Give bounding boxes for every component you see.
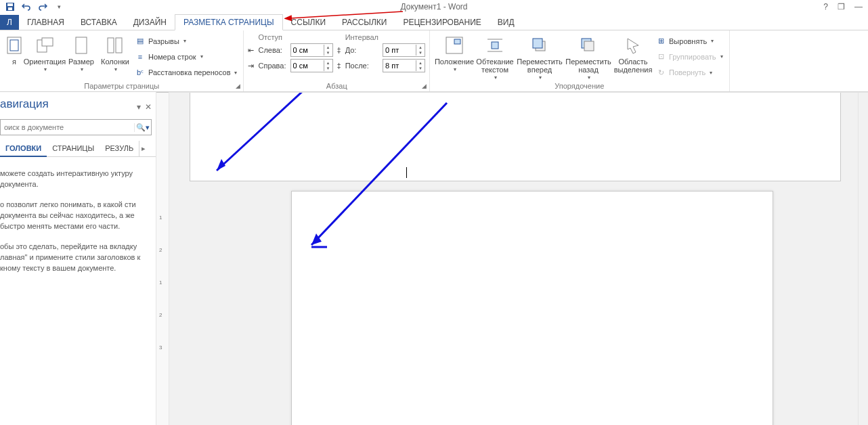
line-numbers-button[interactable]: ≡Номера строк▾ (133, 50, 239, 64)
navigation-close-icon[interactable]: ✕ (145, 102, 152, 112)
spacing-before-label: До: (345, 46, 378, 54)
navigation-search[interactable]: 🔍▾ (0, 119, 152, 135)
spacing-after-label: После: (345, 62, 378, 70)
columns-button[interactable]: Колонки▾ (97, 32, 133, 82)
vertical-ruler[interactable]: 12123 (156, 93, 169, 425)
vertical-scrollbar[interactable] (858, 93, 868, 425)
group-page-setup: я Ориентация▾ Размер▾ Колонки▾ ▤Разрывы▾… (0, 30, 244, 91)
columns-label: Колонки (101, 58, 129, 66)
align-icon: ⊞ (655, 36, 666, 47)
navigation-body: можете создать интерактивную уктуру доку… (0, 157, 156, 273)
rotate-button[interactable]: ↻Повернуть▾ (653, 66, 725, 79)
hyphenation-label: Расстановка переносов (148, 68, 230, 76)
qat-customize-icon[interactable]: ▾ (54, 2, 64, 12)
spacing-header: Интервал (345, 33, 378, 41)
breaks-icon: ▤ (135, 36, 146, 47)
align-label: Выровнять (669, 37, 707, 45)
svg-rect-2 (8, 7, 12, 10)
svg-line-21 (311, 103, 447, 245)
page-setup-dialog-launcher[interactable]: ◢ (234, 82, 242, 90)
selection-pane-label: Область выделения (613, 58, 653, 74)
document-title: Документ1 - Word (400, 2, 467, 12)
hyphenation-button[interactable]: bᶜРасстановка переносов▾ (133, 66, 239, 79)
orientation-button[interactable]: Ориентация▾ (24, 32, 65, 82)
svg-rect-8 (76, 37, 87, 53)
indent-left-label: Слева: (258, 46, 286, 54)
nav-tab-overflow[interactable]: ▸ (139, 141, 148, 156)
group-arrange: Положение▾ Обтекание текстом▾ Переместит… (430, 30, 730, 91)
bring-forward-icon (529, 35, 550, 56)
line-numbers-icon: ≡ (135, 51, 146, 62)
svg-line-20 (217, 93, 305, 171)
size-icon (70, 35, 92, 56)
annotation-arrow-blue-1 (207, 93, 308, 181)
search-icon[interactable]: 🔍▾ (134, 123, 151, 132)
nav-hint-2: о позволит легко понимать, в какой сти д… (0, 199, 150, 231)
tab-design[interactable]: ДИЗАЙН (125, 15, 175, 30)
selection-pane-button[interactable]: Область выделения (613, 32, 653, 82)
svg-rect-9 (108, 38, 114, 53)
indent-left-input[interactable]: ▲▼ (290, 43, 333, 57)
tab-review[interactable]: РЕЦЕНЗИРОВАНИЕ (395, 15, 489, 30)
align-button[interactable]: ⊞Выровнять▾ (653, 35, 725, 48)
ribbon: я Ориентация▾ Размер▾ Колонки▾ ▤Разрывы▾… (0, 30, 868, 92)
undo-icon[interactable] (22, 2, 31, 12)
breaks-button[interactable]: ▤Разрывы▾ (133, 35, 239, 48)
wrap-text-button[interactable]: Обтекание текстом▾ (475, 32, 515, 82)
help-button[interactable]: ? (823, 2, 828, 12)
bring-forward-button[interactable]: Переместить вперед▾ (515, 32, 564, 82)
navigation-title: авигация (0, 97, 54, 116)
tab-home[interactable]: ГЛАВНАЯ (19, 15, 72, 30)
size-button[interactable]: Размер▾ (65, 32, 97, 82)
tab-view[interactable]: ВИД (490, 15, 523, 30)
navigation-search-input[interactable] (1, 123, 134, 131)
size-label: Размер (68, 58, 94, 66)
ribbon-display-button[interactable]: ❐ (838, 2, 845, 12)
send-backward-label: Переместить назад (564, 58, 613, 74)
svg-rect-17 (533, 39, 542, 48)
group-label: Группировать (669, 53, 716, 61)
page-canvas[interactable] (169, 93, 858, 425)
line-numbers-label: Номера строк (148, 53, 196, 61)
svg-line-3 (290, 12, 403, 18)
indent-right-icon: ⇥ (248, 62, 254, 70)
hyphenation-icon: bᶜ (135, 67, 146, 78)
ribbon-tabs: Л ГЛАВНАЯ ВСТАВКА ДИЗАЙН РАЗМЕТКА СТРАНИ… (0, 14, 868, 30)
selection-pane-icon (622, 35, 644, 56)
margins-button[interactable]: я (4, 32, 24, 82)
indent-header: Отступ (258, 33, 286, 41)
tab-page-layout[interactable]: РАЗМЕТКА СТРАНИЦЫ (175, 14, 283, 30)
send-backward-icon (578, 35, 599, 56)
svg-rect-12 (454, 39, 460, 44)
tab-insert[interactable]: ВСТАВКА (72, 15, 125, 30)
nav-tab-results[interactable]: РЕЗУЛЬ (100, 141, 139, 156)
spacing-after-icon: ‡ (337, 62, 341, 70)
nav-hint-1: можете создать интерактивную уктуру доку… (0, 168, 150, 189)
nav-tab-pages[interactable]: СТРАНИЦЫ (47, 141, 100, 156)
spacing-before-input[interactable]: ▲▼ (383, 43, 425, 57)
orientation-label: Ориентация (24, 58, 66, 66)
wrap-text-icon (484, 35, 506, 56)
indent-left-icon: ⇤ (248, 46, 254, 55)
paragraph-dialog-launcher[interactable]: ◢ (420, 82, 428, 90)
save-icon[interactable] (5, 2, 15, 12)
columns-icon (104, 35, 126, 56)
annotation-arrow-red (284, 9, 406, 23)
redo-icon[interactable] (38, 2, 47, 12)
navigation-pane: авигация ▾ ✕ 🔍▾ ГОЛОВКИ СТРАНИЦЫ РЕЗУЛЬ … (0, 92, 156, 425)
navigation-dropdown-icon[interactable]: ▾ (137, 102, 141, 112)
group-button[interactable]: ⊡Группировать▾ (653, 50, 725, 64)
group-arrange-label: Упорядочение (434, 82, 725, 91)
svg-rect-1 (7, 3, 13, 6)
nav-tab-headings[interactable]: ГОЛОВКИ (0, 141, 47, 157)
tab-file[interactable]: Л (0, 15, 19, 30)
svg-rect-5 (10, 40, 18, 51)
minimize-button[interactable]: — (854, 2, 863, 12)
spacing-after-input[interactable]: ▲▼ (383, 59, 425, 72)
bring-forward-label: Переместить вперед (515, 58, 564, 74)
send-backward-button[interactable]: Переместить назад▾ (564, 32, 613, 82)
group-paragraph-label: Абзац (248, 82, 425, 91)
indent-right-input[interactable]: ▲▼ (290, 59, 333, 72)
title-bar: ▾ Документ1 - Word ? ❐ — (0, 0, 868, 14)
position-button[interactable]: Положение▾ (434, 32, 475, 82)
